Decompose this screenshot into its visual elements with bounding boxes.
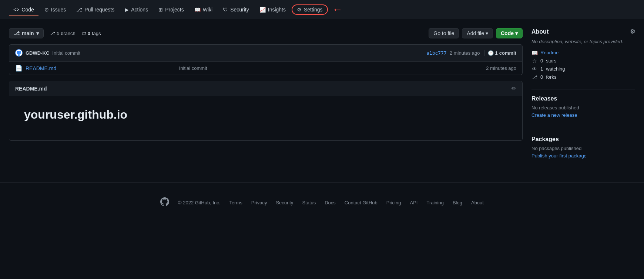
file-table: 📄 README.md Initial commit 2 minutes ago bbox=[9, 61, 523, 75]
nav-item-security[interactable]: 🛡 Security bbox=[218, 4, 254, 16]
readme-header: README.md ✏ bbox=[9, 81, 522, 96]
tags-link[interactable]: 🏷 0 tags bbox=[81, 31, 101, 36]
eye-icon: 👁 bbox=[531, 66, 537, 72]
nav-item-issues[interactable]: ⊙ Issues bbox=[40, 4, 70, 16]
repo-content: ⎇ main ▾ ⎇ 1 branch 🏷 0 tags bbox=[9, 28, 523, 167]
about-title: About ⚙ bbox=[531, 28, 635, 35]
add-file-button[interactable]: Add file ▾ bbox=[462, 28, 493, 38]
commit-count: 🕐 1 commit bbox=[484, 50, 516, 56]
commit-meta-right: a1bc777 2 minutes ago 🕐 1 commit bbox=[426, 50, 516, 56]
wiki-icon: 📖 bbox=[194, 7, 201, 13]
star-icon: ☆ bbox=[531, 58, 537, 64]
footer-link-security[interactable]: Security bbox=[276, 200, 293, 205]
no-packages-text: No packages published bbox=[531, 146, 635, 151]
edit-icon[interactable]: ✏ bbox=[511, 85, 516, 92]
table-row: 📄 README.md Initial commit 2 minutes ago bbox=[9, 61, 522, 75]
forks-stat: ⎇ 0 forks bbox=[531, 74, 635, 80]
packages-section: Packages No packages published Publish y… bbox=[531, 136, 635, 159]
footer-copyright: © 2022 GitHub, Inc. bbox=[178, 200, 220, 205]
nav-item-wiki[interactable]: 📖 Wiki bbox=[190, 4, 217, 16]
footer-link-terms[interactable]: Terms bbox=[229, 200, 242, 205]
chevron-down-icon: ▾ bbox=[36, 30, 39, 36]
top-navigation: <> Code ⊙ Issues ⎇ Pull requests ▶ Actio… bbox=[0, 0, 644, 19]
footer-link-docs[interactable]: Docs bbox=[325, 200, 336, 205]
sidebar-divider-1 bbox=[531, 89, 635, 89]
readme-heading: youruser.github.io bbox=[24, 108, 507, 122]
tag-icon: 🏷 bbox=[81, 31, 86, 36]
commit-author-name[interactable]: GDWD-KC bbox=[26, 50, 49, 56]
avatar bbox=[15, 49, 23, 57]
branch-left: ⎇ main ▾ ⎇ 1 branch 🏷 0 tags bbox=[9, 28, 101, 38]
nav-item-actions[interactable]: ▶ Actions bbox=[120, 4, 152, 16]
file-time: 2 minutes ago bbox=[486, 65, 516, 71]
readme-body: youruser.github.io bbox=[9, 96, 522, 140]
code-icon: <> bbox=[13, 7, 19, 13]
security-icon: 🛡 bbox=[223, 7, 228, 13]
sidebar-divider-2 bbox=[531, 127, 635, 127]
publish-package-link[interactable]: Publish your first package bbox=[531, 153, 587, 159]
releases-title: Releases bbox=[531, 95, 635, 102]
actions-icon: ▶ bbox=[125, 7, 129, 13]
branches-link[interactable]: ⎇ 1 branch bbox=[50, 31, 76, 36]
commit-message: Initial commit bbox=[52, 50, 80, 56]
branch-count-icon: ⎇ bbox=[50, 31, 55, 36]
go-to-file-button[interactable]: Go to file bbox=[429, 28, 459, 38]
branch-right: Go to file Add file ▾ Code ▾ bbox=[429, 28, 523, 38]
about-settings-icon[interactable]: ⚙ bbox=[630, 28, 635, 35]
footer-link-contact[interactable]: Contact GitHub bbox=[345, 200, 378, 205]
pull-requests-icon: ⎇ bbox=[76, 7, 82, 13]
footer-link-training[interactable]: Training bbox=[426, 200, 443, 205]
github-logo-icon bbox=[160, 197, 169, 208]
code-button[interactable]: Code ▾ bbox=[496, 28, 523, 38]
footer: © 2022 GitHub, Inc. Terms Privacy Securi… bbox=[0, 182, 644, 215]
commit-time: 2 minutes ago bbox=[450, 50, 480, 56]
arrow-annotation: ← bbox=[332, 4, 343, 15]
footer-link-blog[interactable]: Blog bbox=[453, 200, 462, 205]
readme-title: README.md bbox=[15, 86, 47, 92]
branch-bar: ⎇ main ▾ ⎇ 1 branch 🏷 0 tags bbox=[9, 28, 523, 38]
branch-selector-button[interactable]: ⎇ main ▾ bbox=[9, 28, 44, 38]
branch-meta: ⎇ 1 branch 🏷 0 tags bbox=[50, 31, 101, 36]
commit-author: GDWD-KC Initial commit bbox=[15, 49, 80, 57]
insights-icon: 📈 bbox=[259, 7, 266, 13]
create-release-link[interactable]: Create a new release bbox=[531, 112, 577, 118]
readme-stat: 📖 Readme bbox=[531, 50, 635, 56]
nav-item-settings[interactable]: ⚙ Settings bbox=[292, 4, 328, 15]
file-name-link[interactable]: README.md bbox=[26, 65, 179, 71]
about-section: About ⚙ No description, website, or topi… bbox=[531, 28, 635, 80]
watching-stat: 👁 1 watching bbox=[531, 66, 635, 72]
book-icon: 📖 bbox=[531, 50, 537, 56]
footer-link-api[interactable]: API bbox=[410, 200, 417, 205]
nav-item-pull-requests[interactable]: ⎇ Pull requests bbox=[72, 4, 119, 16]
footer-link-about[interactable]: About bbox=[471, 200, 484, 205]
readme-section: README.md ✏ youruser.github.io bbox=[9, 81, 523, 141]
about-description: No description, website, or topics provi… bbox=[531, 38, 635, 45]
stars-stat: ☆ 0 stars bbox=[531, 58, 635, 64]
projects-icon: ⊞ bbox=[158, 7, 163, 13]
chevron-down-icon: ▾ bbox=[515, 30, 518, 36]
nav-item-projects[interactable]: ⊞ Projects bbox=[154, 4, 188, 16]
main-content: ⎇ main ▾ ⎇ 1 branch 🏷 0 tags bbox=[0, 19, 644, 167]
file-icon: 📄 bbox=[15, 65, 23, 72]
footer-link-pricing[interactable]: Pricing bbox=[386, 200, 401, 205]
sidebar: About ⚙ No description, website, or topi… bbox=[531, 28, 635, 167]
file-commit-message: Initial commit bbox=[179, 65, 486, 71]
footer-link-status[interactable]: Status bbox=[302, 200, 316, 205]
packages-title: Packages bbox=[531, 136, 635, 143]
commit-hash-link[interactable]: a1bc777 bbox=[426, 50, 447, 56]
readme-link[interactable]: Readme bbox=[540, 50, 559, 55]
chevron-down-icon: ▾ bbox=[486, 30, 488, 36]
nav-item-insights[interactable]: 📈 Insights bbox=[255, 4, 290, 16]
branch-icon: ⎇ bbox=[14, 30, 20, 36]
releases-section: Releases No releases published Create a … bbox=[531, 95, 635, 118]
no-releases-text: No releases published bbox=[531, 105, 635, 110]
settings-gear-icon: ⚙ bbox=[297, 7, 302, 13]
history-icon: 🕐 bbox=[488, 50, 494, 56]
nav-item-code[interactable]: <> Code bbox=[9, 4, 38, 16]
red-arrow-icon: ← bbox=[332, 4, 343, 15]
fork-icon: ⎇ bbox=[531, 74, 537, 80]
footer-link-privacy[interactable]: Privacy bbox=[251, 200, 267, 205]
issues-icon: ⊙ bbox=[44, 7, 49, 13]
commit-row: GDWD-KC Initial commit a1bc777 2 minutes… bbox=[9, 44, 523, 61]
